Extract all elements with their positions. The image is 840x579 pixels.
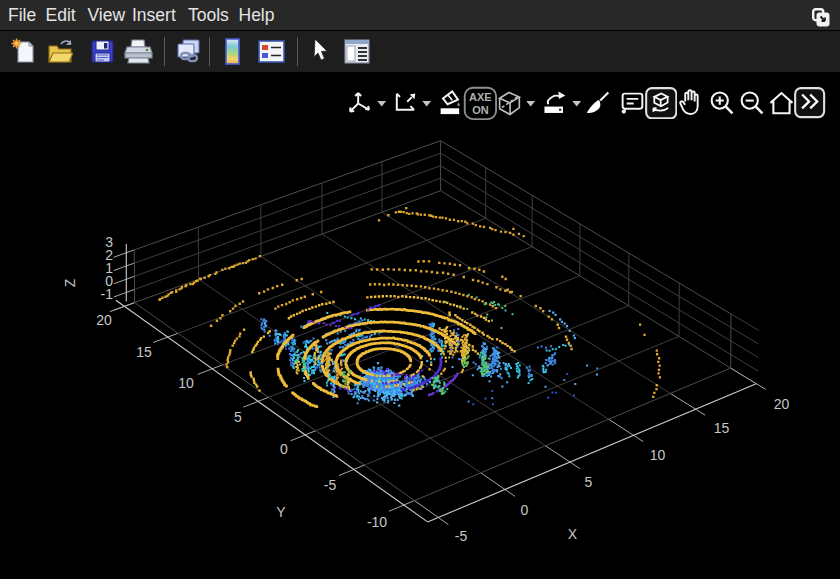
svg-text:0: 0 <box>280 441 288 457</box>
svg-text:20: 20 <box>774 396 790 412</box>
svg-text:15: 15 <box>714 420 730 436</box>
svg-text:-1: -1 <box>101 286 114 302</box>
svg-text:Z: Z <box>62 278 78 287</box>
svg-text:X: X <box>568 526 578 542</box>
svg-text:10: 10 <box>178 375 194 391</box>
svg-text:20: 20 <box>96 312 112 328</box>
svg-text:-5: -5 <box>324 477 337 493</box>
svg-text:5: 5 <box>234 409 242 425</box>
svg-text:-5: -5 <box>455 528 468 544</box>
svg-text:15: 15 <box>136 344 152 360</box>
svg-text:10: 10 <box>650 447 666 463</box>
svg-text:5: 5 <box>585 474 593 490</box>
svg-text:0: 0 <box>521 502 529 518</box>
svg-text:Y: Y <box>276 504 286 520</box>
svg-text:-10: -10 <box>367 514 387 530</box>
